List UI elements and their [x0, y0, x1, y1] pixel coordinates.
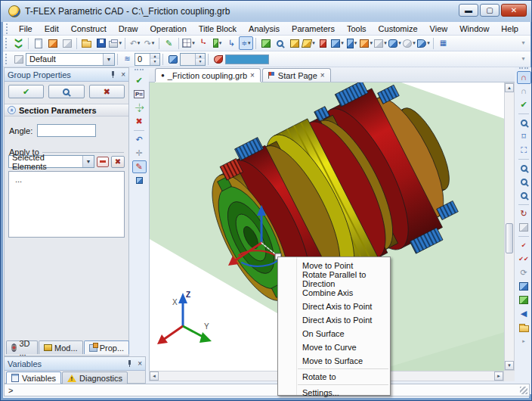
confirm-button[interactable]: ✔ — [132, 74, 147, 87]
new-document-button[interactable] — [31, 36, 45, 50]
shell-button[interactable]: ▾ — [416, 36, 431, 50]
vertical-scroll-thumb[interactable] — [506, 223, 513, 253]
tab-friction-close-icon[interactable]: × — [250, 71, 255, 79]
menu-move-to-curve[interactable]: Move to Curve — [278, 340, 390, 354]
level-down-icon[interactable]: ▼ — [150, 59, 159, 65]
workplane-grid-button[interactable]: ▾ — [181, 36, 196, 50]
sketch-button[interactable]: ✎ — [162, 36, 176, 50]
remove-element-button[interactable] — [97, 157, 109, 167]
check-faces-button[interactable]: ✔✔ — [517, 253, 531, 266]
preview-button[interactable] — [48, 85, 84, 98]
section-plane-button[interactable]: ✎ — [132, 160, 147, 173]
pin-icon[interactable] — [110, 71, 116, 78]
scroll-down-icon[interactable]: ▼ — [505, 361, 514, 370]
blend-button[interactable]: ▾ — [302, 36, 316, 50]
tab-start-close-icon[interactable]: × — [320, 71, 325, 79]
fragment-button[interactable] — [258, 36, 273, 50]
align-button[interactable]: ≑▾ — [239, 36, 253, 50]
windows-layout-button[interactable]: ▦ — [436, 36, 450, 50]
level-spinner[interactable]: 0 ▲▼ — [135, 53, 160, 66]
command-prompt[interactable]: > — [4, 384, 530, 396]
coordinate-point-button[interactable]: ┖• — [196, 36, 210, 50]
priority-button[interactable] — [165, 52, 180, 66]
rotate-view-button[interactable]: ↻ — [517, 207, 531, 220]
new-from-template-button[interactable] — [60, 36, 74, 50]
menu-draw[interactable]: Draw — [113, 23, 144, 35]
toolbar-options-button[interactable]: ▾ — [516, 36, 530, 50]
print-button[interactable]: ▾ — [108, 36, 122, 50]
snap-confirm-button[interactable]: ✔ — [517, 98, 531, 111]
variables-close-icon[interactable]: × — [138, 359, 142, 368]
zoom-previous-button[interactable] — [517, 176, 531, 188]
zoom-page-button[interactable] — [517, 162, 531, 175]
toolbar-expand-button[interactable]: ▸ — [517, 334, 531, 347]
section-op-button[interactable]: ▾ — [388, 36, 402, 50]
menu-customize[interactable]: Customize — [373, 23, 424, 35]
minimize-button[interactable]: ▬ — [459, 4, 478, 17]
tab-3d-model[interactable]: 3D ... — [6, 340, 38, 354]
tab-variables[interactable]: Variables — [6, 371, 61, 384]
clear-list-button[interactable]: ✖ — [111, 156, 125, 168]
menu-tools[interactable]: Tools — [341, 23, 373, 35]
ok-button[interactable]: ✔ — [8, 85, 44, 98]
tab-friction-coupling[interactable]: ● _Friction coupling.grb × — [155, 68, 261, 82]
move-axes-button[interactable]: ↳ — [224, 36, 239, 50]
panel-close-icon[interactable]: × — [121, 70, 125, 79]
menu-view[interactable]: View — [424, 23, 454, 35]
restore-button[interactable]: ▢ — [480, 4, 500, 17]
undo-button[interactable]: ↶▾ — [128, 36, 142, 50]
menu-direct-axis-1[interactable]: Direct Axis to Point — [278, 300, 390, 313]
color-button[interactable] — [211, 52, 225, 66]
menu-edit[interactable]: Edit — [39, 23, 65, 35]
resize-grip[interactable] — [520, 387, 527, 394]
menu-on-surface[interactable]: On Surface — [278, 327, 390, 340]
menu-title-block[interactable]: Title Block — [193, 23, 243, 35]
menu-parameters[interactable]: Parameters — [286, 23, 341, 35]
toolbar2-options-button[interactable]: ▾ — [516, 52, 530, 66]
menu-help[interactable]: Help — [495, 23, 524, 35]
check-model-button[interactable]: ✔ — [517, 239, 531, 252]
regenerate-button[interactable]: ⟳ — [517, 266, 531, 279]
move-lcs-button[interactable]: ✛ — [132, 147, 147, 160]
material-button[interactable]: ◀ — [517, 307, 531, 320]
menu-direct-axis-2[interactable]: Direct Axis to Point — [278, 313, 390, 327]
angle-input[interactable] — [37, 124, 96, 137]
tab-properties[interactable]: Prop... — [84, 340, 129, 354]
zoom-in-button[interactable] — [517, 117, 531, 129]
wireframe-view-button[interactable] — [517, 294, 531, 306]
open-button[interactable] — [79, 36, 94, 50]
cancel-button[interactable]: ✖ — [89, 85, 125, 98]
configuration-combobox[interactable]: Default ▼ — [26, 53, 115, 66]
config-box-button[interactable] — [11, 52, 26, 66]
tab-model[interactable]: Mod... — [39, 340, 83, 354]
menu-rotate-to[interactable]: Rotate to — [278, 370, 390, 384]
menu-window[interactable]: Window — [453, 23, 495, 35]
redo-button[interactable]: ↷▾ — [142, 36, 156, 50]
scroll-left-icon[interactable]: ◄ — [150, 371, 159, 381]
direction-button[interactable]: ▾ — [210, 36, 224, 50]
object-snap-button[interactable]: ∩ — [517, 71, 531, 84]
variables-pin-icon[interactable] — [126, 360, 133, 367]
menu-construct[interactable]: Construct — [65, 23, 113, 35]
menu-rotate-parallel[interactable]: Rotate Parallel to Direction — [278, 272, 390, 286]
configuration-dropdown-icon[interactable]: ▼ — [103, 54, 114, 65]
save-button[interactable] — [94, 36, 108, 50]
apply-to-dropdown-icon[interactable]: ▼ — [82, 156, 94, 167]
menu-move-to-surface[interactable]: Move to Surface — [278, 354, 390, 368]
scroll-up-icon[interactable]: ▲ — [505, 83, 514, 92]
zoom-selection-button[interactable] — [517, 189, 531, 202]
select-direction-button[interactable]: ⤮ — [132, 101, 147, 114]
collapse-chevron-icon[interactable]: » — [8, 106, 16, 114]
open-scene-button[interactable] — [517, 321, 531, 334]
level-up-icon[interactable]: ▲ — [150, 54, 159, 60]
scroll-right-icon[interactable]: ► — [494, 371, 503, 381]
sphere-op-button[interactable]: ▾ — [402, 36, 416, 50]
undo-selection-button[interactable]: ↶ — [132, 133, 147, 146]
pattern-button[interactable]: ▾ — [359, 36, 373, 50]
copy-button[interactable]: ▾ — [345, 36, 359, 50]
new-3d-model-button[interactable] — [45, 36, 60, 50]
menu-analysis[interactable]: Analysis — [243, 23, 286, 35]
collapse-chevrons-icon[interactable]: ❯❯ — [11, 36, 26, 50]
shaded-view-button[interactable] — [517, 280, 531, 293]
boolean-button[interactable]: ▾ — [373, 36, 388, 50]
